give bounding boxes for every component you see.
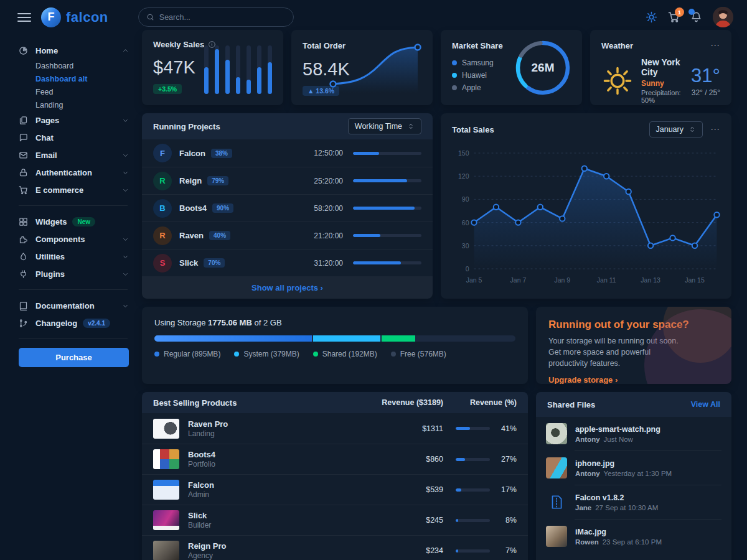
sidebar-badge: v2.4.1 (83, 319, 110, 328)
project-row-raven[interactable]: R Raven 40% 21:20:00 (142, 222, 433, 249)
search-input[interactable] (159, 13, 286, 22)
bell-icon[interactable] (690, 11, 702, 23)
sidebar-item-pages[interactable]: Pages (19, 111, 129, 129)
upgrade-storage-link[interactable]: Upgrade storage › (548, 375, 618, 384)
sidebar-item-home[interactable]: Home (19, 42, 129, 59)
svg-text:Jan 13: Jan 13 (641, 276, 660, 284)
changelog-icon (19, 319, 29, 328)
file-author: Jane (575, 504, 591, 511)
project-progress-badge: 90% (212, 203, 233, 213)
storage-progress-bar (154, 335, 515, 342)
sidebar-item-documentation[interactable]: Documentation (19, 297, 129, 314)
chevron-down-icon (122, 187, 129, 194)
sidebar-item-authentication[interactable]: Authentication (19, 164, 129, 181)
product-category-link[interactable]: Portfolio (188, 460, 387, 469)
product-row-falcon[interactable]: Falcon Admin $539 17% (142, 474, 528, 505)
project-avatar: R (153, 172, 172, 190)
logo-text: falcon (66, 9, 108, 26)
project-progress-bar (353, 152, 421, 155)
file-time: Yesterday at 1:30 PM (604, 470, 672, 477)
product-category-link[interactable]: Admin (188, 490, 387, 499)
product-revenue-percent: 17% (490, 485, 517, 494)
sidebar-item-chat[interactable]: Chat (19, 129, 129, 146)
project-row-reign[interactable]: R Reign 79% 25:20:00 (142, 167, 433, 194)
search-box[interactable] (138, 7, 294, 27)
product-row-slick[interactable]: Slick Builder $245 8% (142, 505, 528, 535)
sidebar-item-feed[interactable]: Feed (19, 85, 129, 98)
project-progress-badge: 79% (207, 176, 228, 185)
more-menu-icon[interactable]: ⋯ (710, 40, 720, 51)
project-time: 12:50:00 (307, 149, 343, 157)
user-avatar[interactable] (713, 7, 733, 27)
sidebar-item-changelog[interactable]: Changelogv2.4.1 (19, 314, 129, 332)
weekly-sales-bar-chart (204, 45, 272, 94)
file-name: iMac.jpg (575, 528, 662, 536)
total-sales-line-chart: 0306090120150Jan 5Jan 7Jan 9Jan 11Jan 13… (441, 142, 731, 294)
product-category-link[interactable]: Builder (188, 521, 387, 530)
show-all-projects-link[interactable]: Show all projects › (142, 276, 433, 299)
running-projects-list: F Falcon 38% 12:50:00 R Reign 79% 25:20:… (142, 139, 433, 276)
product-category-link[interactable]: Agency (188, 551, 387, 560)
month-select[interactable]: January (649, 121, 703, 138)
best-selling-table: Raven Pro Landing $1311 41% Boots4 Portf… (142, 413, 528, 560)
product-revenue-bar (456, 488, 490, 492)
sidebar-item-landing[interactable]: Landing (19, 98, 129, 111)
svg-text:0: 0 (466, 265, 469, 273)
e-commerce-icon (19, 185, 29, 195)
chat-icon (19, 133, 29, 142)
cart-icon[interactable]: 1 (668, 11, 680, 23)
working-time-select[interactable]: Working Time (348, 118, 421, 134)
sidebar-item-dashboard-alt[interactable]: Dashboard alt (19, 72, 129, 85)
storage-legend-item: System (379MB) (234, 350, 299, 358)
sidebar-item-widgets[interactable]: WidgetsNew (19, 213, 129, 230)
settings-gear-icon[interactable] (646, 11, 657, 23)
product-name: Falcon (188, 480, 387, 490)
project-row-boots4[interactable]: B Boots4 90% 58:20:00 (142, 194, 433, 222)
sidebar-item-utilities[interactable]: Utilities (19, 248, 129, 265)
storage-legend: Regular (895MB)System (379MB)Shared (192… (154, 350, 515, 358)
sidebar-item-dashboard[interactable]: Dashboard (19, 59, 129, 72)
more-menu-icon[interactable]: ⋯ (710, 124, 720, 135)
product-thumbnail (153, 419, 179, 439)
top-navbar: F falcon 1 (0, 0, 747, 34)
sidebar: HomeDashboardDashboard altFeedLandingPag… (0, 34, 140, 560)
sun-icon (601, 65, 634, 97)
sidebar-item-label: Pages (35, 116, 59, 125)
logo[interactable]: F falcon (41, 7, 108, 27)
storage-segment-shared (382, 335, 415, 342)
project-progress-bar (353, 207, 421, 210)
product-row-boots4[interactable]: Boots4 Portfolio $860 27% (142, 444, 528, 474)
sidebar-item-plugins[interactable]: Plugins (19, 265, 129, 282)
sidebar-item-components[interactable]: Components (19, 230, 129, 248)
best-selling-card: Best Selling Products Revenue ($3189) Re… (142, 392, 528, 560)
falcon-logo-icon: F (41, 7, 61, 27)
view-all-link[interactable]: View All (691, 400, 720, 409)
product-row-reign-pro[interactable]: Reign Pro Agency $234 7% (142, 535, 528, 560)
project-row-falcon[interactable]: F Falcon 38% 12:50:00 (142, 139, 433, 167)
product-thumbnail (153, 480, 179, 500)
purchase-button[interactable]: Purchase (19, 348, 129, 367)
project-time: 58:20:00 (307, 204, 343, 213)
storage-total: of 2 GB (254, 318, 281, 327)
file-row-imac-jpg[interactable]: iMac.jpg Rowen23 Sep at 6:10 PM (536, 520, 731, 553)
product-revenue-percent: 41% (490, 424, 517, 433)
file-row-apple-smart-watch-png[interactable]: apple-smart-watch.png AntonyJust Now (536, 417, 731, 450)
file-row-falcon-v1-8-2[interactable]: Falcon v1.8.2 Jane27 Sep at 10:30 AM (536, 485, 731, 519)
file-thumbnail (546, 457, 567, 478)
archive-file-icon (546, 492, 567, 513)
chevron-down-icon (122, 236, 129, 243)
project-progress-bar (353, 261, 421, 264)
product-thumbnail (153, 541, 179, 560)
sidebar-nav: HomeDashboardDashboard altFeedLandingPag… (19, 42, 129, 339)
weather-city: New York City (641, 57, 684, 77)
storage-legend-item: Shared (192MB) (313, 350, 377, 358)
product-category-link[interactable]: Landing (188, 429, 387, 438)
hamburger-menu-icon[interactable] (17, 11, 31, 24)
sidebar-item-email[interactable]: Email (19, 146, 129, 164)
product-row-raven-pro[interactable]: Raven Pro Landing $1311 41% (142, 413, 528, 444)
project-row-slick[interactable]: S Slick 70% 31:20:00 (142, 249, 433, 276)
sidebar-item-label: Components (35, 235, 85, 244)
sidebar-item-e-commerce[interactable]: E commerce (19, 181, 129, 198)
file-row-iphone-jpg[interactable]: iphone.jpg AntonyYesterday at 1:30 PM (536, 451, 731, 485)
total-sales-title: Total Sales (452, 125, 494, 134)
